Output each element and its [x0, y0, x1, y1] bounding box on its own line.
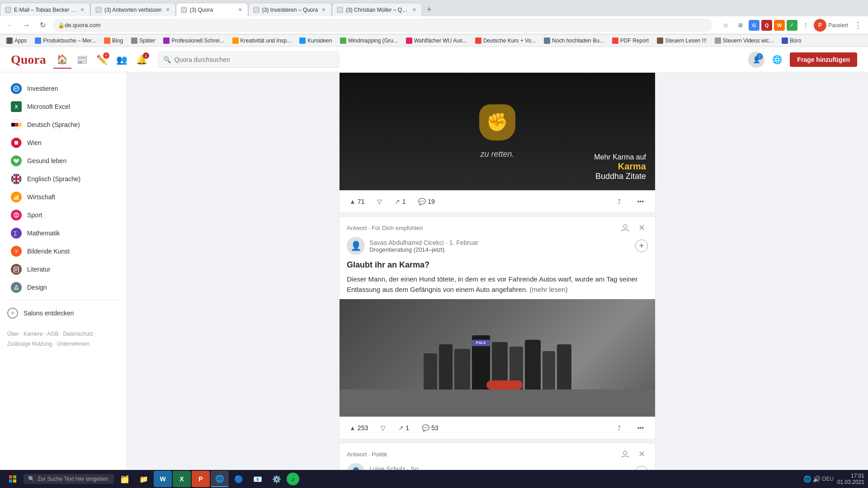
taskbar-settings[interactable]: ⚙️	[268, 471, 286, 487]
footer-link-datenschutz[interactable]: Datenschutz	[63, 331, 93, 337]
bookmark-kursideen[interactable]: Kursideen	[297, 37, 335, 45]
profile-button[interactable]: P	[814, 19, 826, 32]
sidebar-item-design[interactable]: Design	[4, 278, 123, 296]
top-downvote-button[interactable]: ▽	[374, 196, 385, 207]
card1-upvote-button[interactable]: ▲ 253	[347, 422, 371, 433]
tab-investieren-close[interactable]: ✕	[321, 7, 327, 13]
quora-extension-icon[interactable]: Q	[761, 20, 772, 31]
bookmark-spaeter[interactable]: Später	[128, 37, 158, 45]
tab-quora-close[interactable]: ✕	[237, 7, 243, 13]
card1-more-link[interactable]: (mehr lesen)	[529, 286, 567, 293]
top-comment-button[interactable]: 💬 19	[415, 196, 438, 207]
taskbar-search-bar[interactable]: 🔍 Zur Suche Text hier eingeben	[24, 474, 114, 484]
bookmark-hochladen[interactable]: Noch hochladen Bu...	[541, 37, 607, 45]
bookmark-professionell[interactable]: Professionell Schrei...	[160, 37, 226, 45]
bookmark-steuern-lesen[interactable]: Steuern Lesen !!!	[654, 37, 709, 45]
card2-profile-icon[interactable]	[619, 448, 632, 460]
search-bar[interactable]: 🔍	[158, 52, 339, 68]
card1-share-button[interactable]: ⤴	[612, 421, 626, 435]
tab-christian[interactable]: Q (3) Christian Müller – Quora ✕	[332, 3, 422, 16]
sidebar-item-wirtschaft[interactable]: Wirtschaft	[4, 188, 123, 206]
top-share-button[interactable]: ⤴	[612, 194, 626, 209]
taskbar-clock[interactable]: 17:01 01.03.2021	[837, 473, 864, 485]
bookmark-buero[interactable]: Büro	[779, 37, 804, 45]
taskbar-explorer[interactable]: 🗂️	[116, 471, 134, 487]
reload-button[interactable]: ↻	[36, 19, 49, 32]
footer-link-karriere[interactable]: Karriere	[24, 331, 43, 337]
google-extension-icon[interactable]: G	[749, 20, 760, 31]
bookmark-kreativitaet[interactable]: Kreativität und Insp...	[230, 37, 294, 45]
card1-comment-button[interactable]: 💬 53	[419, 422, 441, 433]
taskbar-word[interactable]: W	[154, 471, 172, 487]
sidebar-item-gesund-leben[interactable]: Gesund leben	[4, 152, 123, 170]
card1-share-action[interactable]: ↗ 1	[396, 422, 412, 433]
user-avatar-button[interactable]: 👤 2	[748, 52, 764, 68]
card1-more-button[interactable]: •••	[633, 421, 648, 435]
card2-close-button[interactable]: ✕	[635, 448, 648, 460]
taskbar-excel-app[interactable]: X	[173, 471, 191, 487]
bookmark-mindmapping[interactable]: Mindmapping (Gru...	[337, 37, 400, 45]
language-button[interactable]: 🌐	[769, 52, 785, 68]
sidebar-item-wien[interactable]: Wien	[4, 134, 123, 152]
taskbar-mail[interactable]: 📧	[249, 471, 267, 487]
taskbar-edge[interactable]: 🌐	[211, 471, 229, 487]
tab-christian-close[interactable]: ✕	[411, 7, 417, 13]
ext-icon-2[interactable]: ✓	[787, 20, 797, 31]
sidebar-item-bildende-kunst[interactable]: Bildende Kunst	[4, 242, 123, 260]
edit-nav-button[interactable]: ✏️+	[93, 51, 111, 69]
card1-question[interactable]: Glaubt ihr an Karma?	[340, 258, 655, 274]
card1-downvote-button[interactable]: ▽	[378, 422, 388, 433]
bookmark-steuern-videos[interactable]: Steuern Videos wic...	[712, 37, 777, 45]
taskbar-spotify[interactable]: ♪	[287, 473, 299, 485]
card1-follow-button[interactable]: +	[635, 239, 648, 252]
taskbar-file-explorer[interactable]: 📁	[135, 471, 153, 487]
tab-investieren[interactable]: Q (3) Investieren – Quora ✕	[248, 3, 332, 16]
tab-email[interactable]: O E-Mail – Tobias Becker – Outlook ✕	[0, 3, 90, 16]
top-share-action[interactable]: ↗ 1	[392, 196, 408, 207]
people-nav-button[interactable]: 👥	[113, 51, 131, 69]
sidebar-item-sport[interactable]: Sport	[4, 206, 123, 224]
settings-menu[interactable]: ⋮	[852, 19, 864, 32]
url-bar[interactable]: 🔒 de.quora.com	[52, 19, 712, 32]
new-tab-button[interactable]: +	[422, 3, 436, 16]
reader-button[interactable]: ⊞	[734, 19, 747, 32]
star-button[interactable]: ☆	[720, 19, 732, 32]
forward-button[interactable]: →	[20, 19, 33, 32]
tab-email-close[interactable]: ✕	[79, 7, 85, 13]
card2-author-avatar[interactable]: 👤	[347, 463, 365, 470]
footer-link-agb[interactable]: AGB	[47, 331, 58, 337]
card1-author-avatar[interactable]: 👤	[347, 237, 365, 255]
bookmark-apps[interactable]: ⋮⋮ Apps	[4, 37, 29, 45]
tab-antworten-close[interactable]: ✕	[165, 7, 171, 13]
add-question-button[interactable]: Frage hinzufügen	[790, 52, 857, 67]
top-more-button[interactable]: •••	[633, 194, 648, 209]
card1-profile-icon[interactable]	[619, 221, 632, 234]
taskbar-start-button[interactable]	[4, 472, 22, 486]
footer-link-nutzung[interactable]: Zulässige Nutzung	[7, 341, 52, 347]
bookmark-produktsuche[interactable]: Produktsuche – Mer...	[32, 37, 99, 45]
footer-link-ueber[interactable]: Über	[7, 331, 19, 337]
bookmark-blog[interactable]: Blog	[101, 37, 126, 45]
bookmark-pdf[interactable]: PDF Report	[609, 37, 651, 45]
taskbar-powerpoint[interactable]: P	[192, 471, 210, 487]
footer-link-unternehmen[interactable]: Unternehmen	[57, 341, 90, 347]
taskbar-volume-icon[interactable]: 🔊	[813, 475, 821, 483]
ext-icon-1[interactable]: W	[774, 20, 785, 31]
tab-antworten[interactable]: Q (3) Antworten verfassen ✕	[90, 3, 176, 16]
sidebar-item-englisch[interactable]: Englisch (Sprache)	[4, 170, 123, 188]
card1-close-button[interactable]: ✕	[635, 221, 648, 234]
taskbar-network-icon[interactable]: 🌐	[803, 475, 811, 483]
tab-quora-active[interactable]: Q (3) Quora ✕	[176, 3, 248, 16]
sidebar-item-investieren[interactable]: Investieren	[4, 80, 123, 98]
sidebar-item-microsoft-excel[interactable]: X Microsoft Excel	[4, 98, 123, 116]
top-upvote-button[interactable]: ▲ 71	[347, 196, 367, 207]
taskbar-chrome[interactable]: 🔵	[230, 471, 248, 487]
sidebar-item-mathematik[interactable]: ∑ Mathematik	[4, 224, 123, 242]
sidebar-item-deutsch[interactable]: Deutsch (Sprache)	[4, 116, 123, 134]
bookmark-deutsche-kurs[interactable]: Deutsche Kurs + Vo...	[472, 37, 538, 45]
news-nav-button[interactable]: 📰	[73, 51, 91, 69]
card1-image[interactable]: POLS	[340, 299, 655, 417]
card2-follow-button[interactable]: +	[635, 466, 648, 470]
sidebar-item-literatur[interactable]: Literatur	[4, 260, 123, 278]
bell-nav-button[interactable]: 🔔1	[133, 51, 151, 69]
